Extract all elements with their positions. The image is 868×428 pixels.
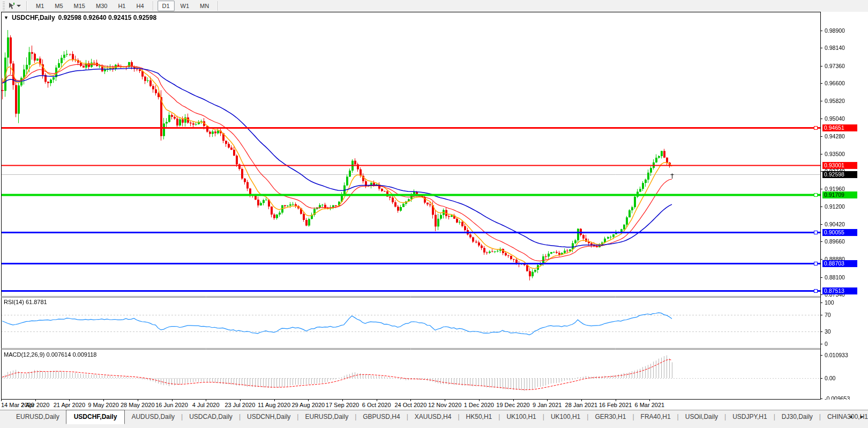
tab-scroll-left-icon[interactable]: ◄	[847, 413, 855, 420]
symbol-tab-uk100-h1[interactable]: UK100,H1	[500, 410, 542, 424]
price-axis-tick: 0.93500	[825, 151, 845, 157]
price-line-badge: 0.94651	[822, 124, 857, 131]
symbol-tab-hk50-h1[interactable]: HK50,H1	[460, 410, 499, 424]
date-axis: 14 Mar 20202 Apr 202021 Apr 20209 May 20…	[0, 400, 868, 410]
timeframe-toolbar: M1M5M15M30H1H4D1W1MN	[0, 0, 868, 12]
symbol-tab-usdcnh-daily[interactable]: USDCNH,Daily	[241, 410, 297, 424]
price-axis-tick: 0.88100	[825, 274, 845, 281]
collapse-triangle-icon[interactable]: ▼	[4, 15, 9, 20]
price-axis-tick: 0.98140	[825, 45, 845, 51]
toolbar-grip-handle[interactable]	[3, 2, 5, 10]
date-axis-tick	[513, 400, 514, 401]
price-axis-tick: 0.98900	[825, 27, 845, 34]
symbol-tab-ger30-h1[interactable]: GER30,H1	[588, 410, 632, 424]
macd-axis-tick: 0.010933	[825, 352, 848, 358]
date-axis-label: 17 Sep 2020	[326, 402, 359, 408]
price-axis-tick: 0.95820	[825, 98, 845, 104]
date-axis-tick	[240, 400, 241, 401]
date-axis-label: 16 Jun 2020	[155, 402, 188, 408]
price-line-badge: 0.93001	[822, 162, 857, 169]
rsi-axis-tick: 0	[825, 341, 828, 347]
date-axis-label: 4 Jul 2020	[192, 402, 220, 408]
price-axis-tick: 0.94280	[825, 133, 845, 139]
timeframe-buttons: M1M5M15M30H1H4D1W1MN	[31, 0, 222, 12]
price-line-badge: 0.91709	[822, 191, 857, 198]
date-axis-tick	[308, 400, 309, 401]
date-axis-label: 21 Apr 2020	[54, 402, 85, 408]
date-axis-tick	[410, 400, 411, 401]
date-axis-label: 23 Jul 2020	[225, 402, 255, 408]
price-axis-tick: 0.90420	[825, 221, 845, 227]
toolbar-separator	[218, 1, 219, 11]
tab-scroll-buttons: ◄ ►	[847, 413, 866, 420]
symbol-tab-audusd-daily[interactable]: AUDUSD,Daily	[125, 410, 181, 424]
date-axis-tick	[274, 400, 275, 401]
timeframe-button-M15[interactable]: M15	[69, 1, 90, 11]
rsi-indicator-label: RSI(14) 61.8781	[4, 299, 47, 305]
date-axis-tick	[172, 400, 173, 401]
date-axis-label: 1 Dec 2020	[464, 402, 494, 408]
timeframe-button-M5[interactable]: M5	[50, 1, 68, 11]
toolbar-separator	[153, 1, 154, 11]
chart-ohlc-values: 0.92598 0.92640 0.92415 0.92598	[58, 14, 157, 21]
symbol-tab-uk100-h1[interactable]: UK100,H1	[544, 410, 587, 424]
tab-scroll-right-icon[interactable]: ►	[858, 413, 866, 420]
timeframe-button-W1[interactable]: W1	[176, 1, 194, 11]
date-axis-tick	[342, 400, 343, 401]
symbol-tab-eurusd-daily[interactable]: EURUSD,Daily	[10, 410, 66, 424]
date-axis-tick	[138, 400, 138, 401]
timeframe-button-H1[interactable]: H1	[113, 1, 130, 11]
date-axis-label: 19 Dec 2020	[496, 402, 529, 408]
chart-title: ▼ USDCHF,Daily 0.92598 0.92640 0.92415 0…	[4, 14, 156, 21]
mt4-window: M1M5M15M30H1H4D1W1MN ▼ USDCHF,Daily 0.92…	[0, 0, 868, 428]
date-axis-tick	[35, 400, 36, 401]
date-axis-label: 24 Oct 2020	[394, 402, 426, 408]
symbol-tab-xauusd-h4[interactable]: XAUUSD,H4	[408, 410, 458, 424]
date-axis-label: 9 Jan 2021	[533, 402, 562, 408]
timeframe-button-D1[interactable]: D1	[158, 1, 175, 11]
chart-tab-bar: EURUSD,DailyUSDCHF,DailyAUDUSD,Daily|USD…	[0, 410, 868, 428]
date-axis-label: 29 Aug 2020	[291, 402, 325, 408]
symbol-tab-dj30-daily[interactable]: DJ30,Daily	[775, 410, 819, 424]
date-axis-tick	[206, 400, 206, 401]
date-axis-label: 28 Jan 2021	[565, 402, 598, 408]
date-axis-label: 16 Feb 2021	[599, 402, 632, 408]
price-axis-tick: 0.96600	[825, 80, 845, 86]
macd-axis-tick: 0.00	[825, 375, 835, 381]
date-axis-tick	[479, 400, 480, 401]
timeframe-button-M1[interactable]: M1	[31, 1, 49, 11]
symbol-tab-fra40-h1[interactable]: FRA40,H1	[634, 410, 677, 424]
macd-indicator-label: MACD(12,26,9) 0.007614 0.009118	[4, 351, 96, 358]
rsi-axis-tick: 30	[825, 328, 831, 335]
date-axis-tick	[1, 400, 2, 401]
date-axis-label: 28 May 2020	[121, 402, 155, 408]
chart-symbol-period: USDCHF,Daily	[12, 14, 55, 21]
chart-canvas[interactable]	[0, 12, 868, 400]
symbol-tab-eurusd-daily[interactable]: EURUSD,Daily	[298, 410, 355, 424]
price-axis-tick: 0.95040	[825, 115, 845, 122]
price-line-badge: 0.88703	[822, 260, 857, 267]
toolbar-separator	[26, 1, 27, 11]
date-axis-tick	[581, 400, 582, 401]
symbol-tab-usoil-daily[interactable]: USOil,Daily	[679, 410, 724, 424]
date-axis-tick	[547, 400, 548, 401]
price-axis-tick: 0.89660	[825, 238, 845, 245]
symbol-tab-usdcad-daily[interactable]: USDCAD,Daily	[183, 410, 239, 424]
price-line-badge: 0.90055	[822, 229, 857, 236]
price-axis-tick: 0.97360	[825, 63, 845, 69]
date-axis-label: 11 Aug 2020	[258, 402, 290, 408]
cursor-chart-icon	[8, 2, 16, 10]
symbol-tab-gbpusd-h4[interactable]: GBPUSD,H4	[356, 410, 406, 424]
timeframe-button-H4[interactable]: H4	[131, 1, 148, 11]
date-axis-label: 6 Oct 2020	[362, 402, 391, 408]
chevron-down-icon	[17, 5, 21, 7]
symbol-tab-usdchf-daily[interactable]: USDCHF,Daily	[66, 410, 125, 424]
symbol-tab-usdjpy-h1[interactable]: USDJPY,H1	[726, 410, 773, 424]
date-axis-tick	[69, 400, 70, 401]
rsi-axis-tick: 70	[825, 312, 831, 318]
timeframe-button-MN[interactable]: MN	[195, 1, 214, 11]
price-line-badge: 0.92598	[822, 171, 857, 178]
chart-tool-icon[interactable]	[6, 2, 23, 10]
rsi-axis-tick: 100	[825, 299, 834, 306]
timeframe-button-M30[interactable]: M30	[91, 1, 112, 11]
